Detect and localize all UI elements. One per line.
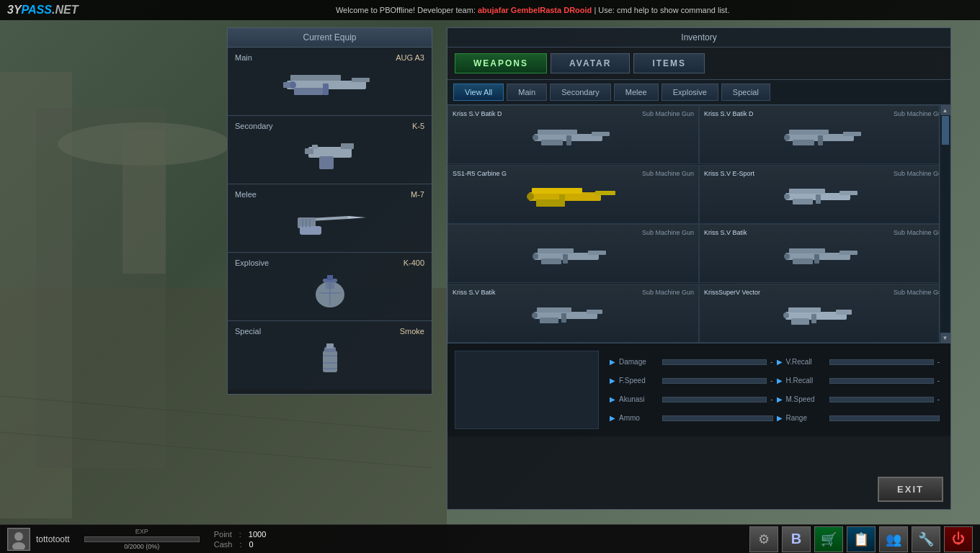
svg-rect-8 bbox=[290, 75, 341, 81]
bottom-icon-inventory[interactable]: 📋 bbox=[847, 526, 876, 552]
stat-vrecall-arrow: ▶ bbox=[777, 358, 783, 366]
svg-rect-85 bbox=[811, 314, 816, 323]
scroll-up-button[interactable]: ▲ bbox=[940, 105, 950, 115]
svg-rect-67 bbox=[563, 254, 568, 264]
secondary-weapon-svg bbox=[294, 136, 366, 172]
stat-mspeed: ▶ M.Speed - bbox=[777, 392, 940, 407]
bottom-icon-gear[interactable]: ⚙ bbox=[749, 526, 778, 552]
scroll-down-button[interactable]: ▼ bbox=[940, 333, 950, 343]
svg-rect-81 bbox=[788, 307, 821, 313]
svg-point-66 bbox=[533, 253, 538, 259]
slot-secondary-weapon-img bbox=[235, 130, 424, 178]
stat-damage: ▶ Damage - bbox=[610, 354, 773, 369]
stat-mspeed-arrow: ▶ bbox=[777, 395, 783, 403]
equip-slot-main[interactable]: Main AUG A3 bbox=[228, 48, 432, 116]
filter-melee[interactable]: Melee bbox=[614, 84, 659, 101]
stats-grid: ▶ Damage - ▶ V.Recall - ▶ F.Speed bbox=[606, 351, 943, 429]
filter-main[interactable]: Main bbox=[507, 84, 547, 101]
stat-akunasi: ▶ Akunasi - bbox=[610, 392, 773, 407]
equip-slot-special[interactable]: Special Smoke bbox=[228, 321, 432, 390]
weapon-cell-3[interactable]: Kriss S.V E-Sport Sub Machine Gun bbox=[699, 165, 950, 224]
svg-rect-55 bbox=[559, 194, 565, 205]
stat-hrecall-arrow: ▶ bbox=[777, 377, 783, 385]
svg-point-42 bbox=[533, 135, 538, 140]
svg-rect-49 bbox=[818, 135, 823, 145]
tab-weapons[interactable]: WEAPONS bbox=[455, 53, 547, 73]
slot-special-label: Special bbox=[235, 327, 261, 336]
stat-range-arrow: ▶ bbox=[777, 414, 783, 422]
cash-label: Cash bbox=[214, 540, 233, 549]
filter-special[interactable]: Special bbox=[721, 84, 770, 101]
scroll-track bbox=[941, 115, 950, 333]
weapon-cell-0[interactable]: Kriss S.V Batik D Sub Machine Gun bbox=[447, 105, 699, 164]
slot-melee-value: M-7 bbox=[411, 190, 424, 199]
svg-rect-17 bbox=[305, 148, 313, 154]
stat-mspeed-value: - bbox=[937, 395, 940, 403]
svg-rect-77 bbox=[540, 318, 558, 323]
stat-vrecall-label: V.Recall bbox=[786, 358, 826, 366]
tab-weapons-label: WEAPONS bbox=[473, 58, 528, 68]
stat-vrecall-value: - bbox=[937, 358, 940, 366]
exp-text: 0/2000 (0%) bbox=[124, 543, 159, 550]
weapon-cell-7-header: KrissSuperV Vector Sub Machine Gun bbox=[704, 289, 945, 296]
svg-rect-71 bbox=[793, 258, 813, 264]
stat-ammo: ▶ Ammo bbox=[610, 410, 773, 426]
slot-secondary-label: Secondary bbox=[235, 122, 273, 130]
stat-hrecall: ▶ H.Recall - bbox=[777, 373, 940, 388]
equip-slot-secondary[interactable]: Secondary K-5 bbox=[228, 116, 432, 184]
weapon-cell-5[interactable]: Kriss S.V Batik Sub Machine Gun bbox=[699, 224, 950, 283]
slot-special-value: Smoke bbox=[400, 327, 424, 336]
weapon-cell-6[interactable]: Kriss S.V Batik Sub Machine Gun bbox=[447, 284, 699, 343]
exit-button[interactable]: EXIT bbox=[878, 477, 943, 502]
tab-avatar[interactable]: AVATAR bbox=[551, 53, 630, 73]
weapon-cell-1[interactable]: Kriss S.V Batik D Sub Machine Gun bbox=[699, 105, 950, 164]
exp-bar bbox=[84, 536, 200, 542]
top-message-prefix: Welcome to PBOffline! Developer team: bbox=[336, 6, 476, 14]
weapon-cell-7[interactable]: KrissSuperV Vector Sub Machine Gun bbox=[699, 284, 950, 343]
bottom-icon-community[interactable]: 👥 bbox=[879, 526, 908, 552]
bottom-icon-shop[interactable]: 🛒 bbox=[814, 526, 843, 552]
top-message-devs: abujafar GembelRasta DRooid bbox=[478, 6, 592, 14]
svg-rect-13 bbox=[283, 82, 290, 88]
bottom-icon-power[interactable]: ⏻ bbox=[944, 526, 973, 552]
weapon-3-name: Kriss S.V E-Sport bbox=[704, 170, 754, 177]
equip-slot-melee[interactable]: Melee M-7 bbox=[228, 184, 432, 253]
weapon-cell-4[interactable]: Sub Machine Gun bbox=[447, 224, 699, 283]
scroll-thumb[interactable] bbox=[942, 116, 949, 145]
stats-panel: ▶ Damage - ▶ V.Recall - ▶ F.Speed bbox=[447, 343, 950, 436]
filter-viewall[interactable]: View All bbox=[453, 84, 504, 101]
weapon-cell-6-header: Kriss S.V Batik Sub Machine Gun bbox=[453, 289, 694, 296]
filter-secondary[interactable]: Secondary bbox=[550, 84, 611, 101]
equip-slot-explosive[interactable]: Explosive K-400 bbox=[228, 253, 432, 321]
logo-suffix: .NET bbox=[52, 4, 78, 16]
stat-ammo-label: Ammo bbox=[619, 414, 659, 422]
svg-rect-41 bbox=[541, 140, 563, 145]
exp-container: EXP 0/2000 (0%) bbox=[84, 528, 200, 550]
logo-prefix: 3Y bbox=[7, 4, 22, 16]
bottom-icon-b[interactable]: B bbox=[782, 526, 811, 552]
bottom-icon-settings[interactable]: 🔧 bbox=[912, 526, 940, 552]
weapon-0-svg bbox=[527, 122, 620, 155]
tab-avatar-label: AVATAR bbox=[569, 58, 611, 68]
stat-akunasi-value: - bbox=[770, 395, 772, 403]
stat-fspeed-value: - bbox=[770, 377, 772, 385]
weapon-0-type: Sub Machine Gun bbox=[642, 110, 694, 117]
weapon-cell-2[interactable]: SS1-R5 Carbine G Sub Machine Gun bbox=[447, 165, 699, 224]
weapon-cell-3-header: Kriss S.V E-Sport Sub Machine Gun bbox=[704, 170, 945, 177]
weapon-3-svg bbox=[778, 181, 872, 214]
svg-rect-15 bbox=[341, 143, 354, 149]
filter-explosive[interactable]: Explosive bbox=[662, 84, 718, 101]
svg-point-60 bbox=[784, 194, 790, 199]
weapon-7-name: KrissSuperV Vector bbox=[704, 289, 760, 296]
weapon-cell-2-header: SS1-R5 Carbine G Sub Machine Gun bbox=[453, 170, 694, 177]
svg-rect-18 bbox=[312, 145, 318, 149]
slot-melee-label: Melee bbox=[235, 190, 257, 199]
stat-damage-bar bbox=[662, 359, 767, 365]
stat-mspeed-label: M.Speed bbox=[786, 395, 826, 403]
top-message: Welcome to PBOffline! Developer team: ab… bbox=[92, 6, 973, 14]
tab-items[interactable]: ITEMS bbox=[633, 53, 705, 73]
stat-vrecall: ▶ V.Recall - bbox=[777, 354, 940, 369]
svg-rect-10 bbox=[352, 78, 370, 82]
slot-explosive-weapon-img bbox=[235, 267, 424, 315]
weapon-7-img bbox=[704, 296, 945, 338]
